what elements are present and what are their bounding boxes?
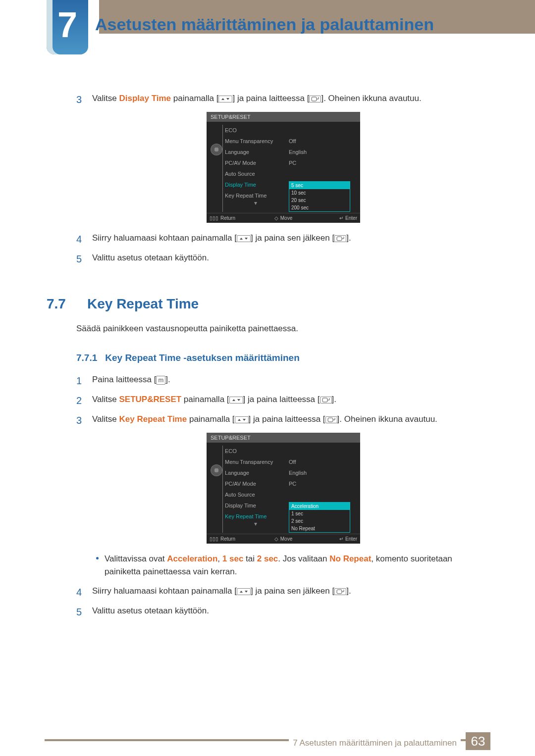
step-number: 2	[76, 393, 85, 408]
step-text: Valitse Display Time painamalla [] ja pa…	[92, 92, 490, 107]
setup-reset-label: SETUP&RESET	[119, 395, 182, 404]
svg-rect-1	[337, 237, 342, 241]
osd-menu-item: Display Time	[225, 500, 286, 511]
osd-return-hint: ▯▯▯ Return	[210, 536, 259, 542]
step-text: Valittu asetus otetaan käyttöön.	[92, 605, 490, 619]
osd-dropdown-option: 10 sec	[289, 189, 350, 197]
osd-menu-item: Menu Transparency	[225, 136, 286, 147]
step-2: 2 Valitse SETUP&RESET painamalla [] ja p…	[76, 393, 490, 408]
osd-move-hint: ◇ Move	[259, 215, 308, 221]
osd-menu-item: PC/AV Mode	[225, 157, 286, 168]
step-number: 4	[76, 585, 85, 600]
step-1: 1 Paina laitteessa [m].	[76, 373, 490, 388]
step-number: 3	[76, 92, 85, 107]
osd-value: PC	[289, 157, 350, 168]
osd-value	[289, 168, 350, 179]
osd-value: PC	[289, 478, 350, 489]
svg-rect-2	[322, 398, 327, 402]
osd-dropdown-option: 200 sec	[289, 204, 350, 211]
enter-icon	[334, 235, 346, 242]
osd-value: Off	[289, 136, 350, 147]
osd-menu-item: PC/AV Mode	[225, 478, 286, 489]
svg-rect-3	[328, 418, 333, 422]
menu-key-icon: m	[156, 376, 165, 385]
step-number: 1	[76, 373, 85, 388]
step-4: 4 Siirry haluamaasi kohtaan painamalla […	[76, 232, 490, 247]
osd-menu-item: Auto Source	[225, 489, 286, 500]
svg-rect-4	[337, 590, 342, 594]
bullet-text: Valittavissa ovat Acceleration, 1 sec ta…	[105, 553, 490, 578]
gear-icon	[212, 465, 221, 475]
move-icon: ◇	[274, 536, 278, 542]
step-3b: 3 Valitse Key Repeat Time painamalla [] …	[76, 413, 490, 428]
display-time-label: Display Time	[119, 94, 171, 103]
osd-menu-item: Language	[225, 467, 286, 478]
bullet-note: Valittavissa ovat Acceleration, 1 sec ta…	[96, 553, 490, 578]
gear-icon	[212, 145, 221, 154]
osd-screenshot-key-repeat: SETUP&RESETECOMenu TransparencyLanguageP…	[76, 433, 490, 544]
osd-return-hint: ▯▯▯ Return	[210, 215, 259, 221]
subsection-title: Key Repeat Time -asetuksen määrittäminen	[105, 353, 299, 363]
subsection-7-7-1-heading: 7.7.1 Key Repeat Time -asetuksen määritt…	[76, 353, 490, 363]
osd-menu-item: Language	[225, 147, 286, 157]
step-text: Siirry haluamaasi kohtaan painamalla [] …	[92, 232, 490, 247]
osd-value: English	[289, 467, 350, 478]
enter-icon: ↵	[339, 536, 343, 542]
osd-menu-item: Auto Source	[225, 168, 286, 179]
enter-icon	[309, 96, 321, 102]
move-icon: ◇	[274, 215, 278, 221]
up-down-icon	[235, 416, 249, 423]
up-down-icon	[237, 235, 251, 242]
bullet-icon	[96, 557, 99, 559]
step-text: Valittu asetus otetaan käyttöön.	[92, 252, 490, 266]
osd-dropdown: 5 sec10 sec20 sec200 sec	[289, 181, 350, 212]
osd-menu-item: ECO	[225, 446, 286, 456]
step-text: Valitse SETUP&RESET painamalla [] ja pai…	[92, 393, 490, 408]
section-title: Key Repeat Time	[87, 296, 199, 312]
enter-icon	[334, 588, 346, 595]
osd-value	[289, 446, 350, 456]
osd-dropdown-option: 20 sec	[289, 197, 350, 204]
step-number: 4	[76, 232, 85, 247]
step-text: Siirry haluamaasi kohtaan painamalla [] …	[92, 585, 490, 600]
osd-dropdown-option: 5 sec	[289, 182, 350, 189]
key-repeat-time-label: Key Repeat Time	[119, 414, 187, 424]
enter-icon	[320, 397, 332, 403]
osd-dropdown-option: 1 sec	[289, 510, 350, 517]
section-number: 7.7	[47, 296, 75, 312]
chevron-down-icon: ▾	[225, 201, 286, 205]
osd-menu-item: Menu Transparency	[225, 456, 286, 467]
step-4b: 4 Siirry haluamaasi kohtaan painamalla […	[76, 585, 490, 600]
step-text: Paina laitteessa [m].	[92, 373, 490, 388]
footer-chapter-label: 7 Asetusten määrittäminen ja palauttamin…	[289, 738, 461, 748]
up-down-icon	[218, 96, 232, 102]
osd-value: English	[289, 147, 350, 157]
osd-dropdown: Acceleration1 sec2 secNo Repeat	[289, 502, 350, 533]
page-content: 3 Valitse Display Time painamalla [] ja …	[76, 92, 490, 624]
step-number: 5	[76, 605, 85, 619]
step-text: Valitse Key Repeat Time painamalla [] ja…	[92, 413, 490, 428]
osd-screenshot-display-time: SETUP&RESETECOMenu TransparencyLanguageP…	[76, 112, 490, 223]
step-3: 3 Valitse Display Time painamalla [] ja …	[76, 92, 490, 107]
step-number: 3	[76, 413, 85, 428]
up-down-icon	[237, 588, 251, 595]
footer-page-number: 63	[466, 732, 490, 750]
osd-value	[289, 489, 350, 500]
section-7-7-heading: 7.7 Key Repeat Time	[76, 296, 490, 312]
osd-menu-item: ECO	[225, 125, 286, 136]
osd-title: SETUP&RESET	[207, 433, 360, 443]
osd-move-hint: ◇ Move	[259, 536, 308, 542]
osd-dropdown-option: 2 sec	[289, 517, 350, 525]
osd-dropdown-option: Acceleration	[289, 503, 350, 510]
chapter-title: Asetusten määrittäminen ja palauttaminen	[95, 15, 434, 34]
up-down-icon	[229, 397, 243, 403]
osd-value	[289, 125, 350, 136]
return-icon: ▯▯▯	[210, 536, 218, 542]
osd-dropdown-option: No Repeat	[289, 525, 350, 532]
svg-rect-0	[312, 97, 317, 101]
step-5: 5 Valittu asetus otetaan käyttöön.	[76, 252, 490, 266]
osd-value: Off	[289, 456, 350, 467]
osd-enter-hint: ↵ Enter	[308, 536, 357, 542]
chapter-number-badge: 7	[47, 0, 88, 54]
chevron-down-icon: ▾	[225, 522, 286, 526]
